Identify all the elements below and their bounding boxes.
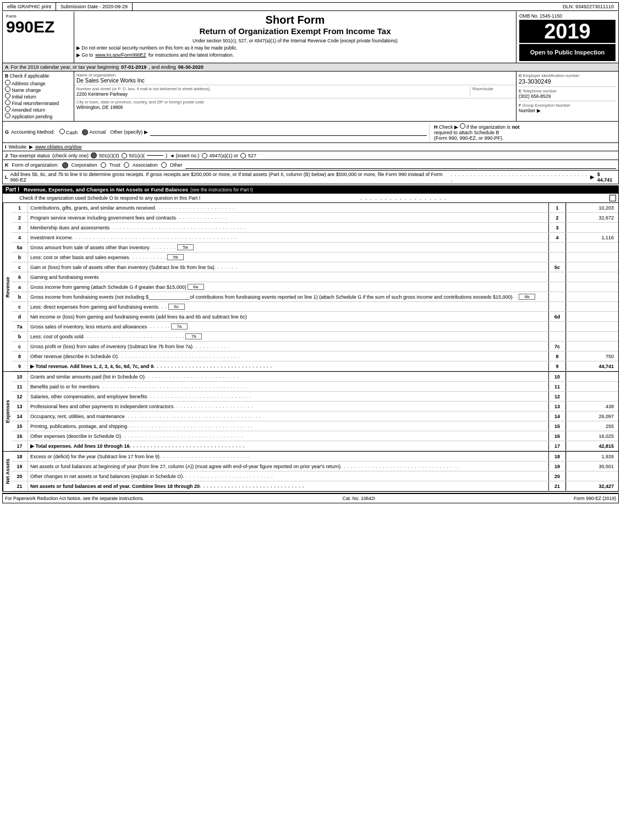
address-change-item[interactable]: Address change [5,80,72,86]
ref-no-20: 20 [548,471,566,481]
name-change-circle[interactable] [5,86,10,92]
h-if-not: if the organization is [466,124,510,130]
4947-circle[interactable] [202,153,207,158]
section-a-text: For the 2019 calendar year, or tax year … [11,64,119,70]
ref-no-c: 5c [548,262,566,272]
data-row-18: 18Excess or (deficit) for the year (Subt… [12,452,618,462]
accrual-circle-checked[interactable] [82,129,88,135]
f-arrow: Number ▶ [519,108,616,113]
section-g-label: G [5,129,9,135]
row-number-13: 13 [12,402,28,411]
org-city: Wilmington, DE 19806 [76,105,514,110]
ref-no-9: 9 [548,361,566,371]
data-row-12: 12Salaries, other compensation, and empl… [12,392,618,402]
data-row-8: 8Other revenue (describe in Schedule O) … [12,352,618,361]
website-value[interactable]: www.oblates.org/dsw [35,144,82,150]
cash-circle[interactable] [59,129,65,134]
corp-label: Corporation [72,162,97,168]
expenses-side-label: Expenses [3,372,12,451]
row-desc-d: Net income or (loss) from gaming and fun… [28,312,548,321]
row-value-d [566,312,618,321]
row-number-21: 21 [12,481,28,491]
row-desc-21: Net assets or fund balances at end of ye… [28,481,548,491]
net-assets-rows: 18Excess or (deficit) for the year (Subt… [12,452,618,491]
assoc-label: Association [133,162,158,168]
row-desc-b: Less: cost or other basis and sales expe… [28,252,548,262]
go-to-link[interactable]: www.irs.gov/Form990EZ [95,52,146,58]
assoc-circle[interactable] [124,162,129,168]
c-address-label: Number and street (or P. O. box, if mail… [76,86,465,91]
omb-number: OMB No. 1545-1150 [519,13,615,19]
ref-no-14: 14 [548,411,566,421]
f-group-label: F Group Exemption Number [519,103,616,108]
ref-no-17: 17 [548,441,566,451]
row-desc-10: Grants and similar amounts paid (list in… [28,372,548,381]
footer-form-ref: Form 990-EZ (2019) [574,496,616,501]
h-circle[interactable] [460,123,465,129]
row-value-b [566,252,618,262]
row-desc-5a: Gross amount from sale of assets other t… [28,243,548,252]
row-number-15: 15 [12,421,28,431]
data-row-13: 13Professional fees and other payments t… [12,402,618,411]
amended-return-circle[interactable] [5,106,10,112]
schedule-o-checkbox[interactable] [609,195,616,201]
end-date: 06-30-2020 [178,64,204,70]
section-a-row: A For the 2019 calendar year, or tax yea… [2,63,619,72]
row-value-11 [566,382,618,391]
ref-no-5a [548,243,566,252]
final-return-item[interactable]: Final return/terminated [5,100,72,106]
row-desc-8: Other revenue (describe in Schedule O) .… [28,352,548,361]
row-number-9: 9 [12,361,28,371]
application-pending-circle[interactable] [5,113,10,118]
data-row-19: 19Net assets or fund balances at beginni… [12,462,618,471]
501c3-circle-checked[interactable] [91,152,97,158]
cash-label: Cash [66,130,78,135]
h-not: not [512,124,520,130]
data-row-b: bLess: cost of goods sold . . . . . . . … [12,332,618,342]
acct-method-label: Accounting Method: [11,129,55,135]
initial-return-item[interactable]: Initial return [5,93,72,100]
sub-label-b: 7b [185,333,202,339]
527-circle[interactable] [240,153,246,158]
ref-no-c [548,302,566,311]
ref-no-d: 6d [548,312,566,321]
ref-no-b [548,332,566,341]
section-l-value: $ 44,741 [597,172,616,183]
corp-circle-checked[interactable] [62,162,68,168]
initial-return-circle[interactable] [5,93,10,98]
501c3-label: 501(c)(3) [99,153,119,158]
trust-circle[interactable] [101,162,106,168]
cash-option[interactable]: Cash [59,129,78,135]
ref-no-4: 4 [548,233,566,242]
row-desc-7a: Gross sales of inventory, less returns a… [28,322,548,331]
ref-no-21: 21 [548,481,566,491]
ref-no-12: 12 [548,392,566,401]
ref-no-15: 15 [548,421,566,431]
revenue-rows: 1Contributions, gifts, grants, and simil… [12,203,618,371]
amended-return-item[interactable]: Amended return [5,106,72,113]
sub-label-c: 6c [168,304,185,310]
expenses-rows: 10Grants and similar amounts paid (list … [12,372,618,451]
d-ein-label: D Employer identification number [519,73,616,78]
data-row-c: cLess: direct expenses from gaming and f… [12,302,618,312]
other-k-circle[interactable] [161,162,167,168]
go-to-suffix: for instructions and the latest informat… [149,52,234,58]
address-change-circle[interactable] [5,80,10,85]
accrual-option[interactable]: Accrual [82,129,106,135]
final-return-circle[interactable] [5,100,10,105]
501c-circle[interactable] [122,153,127,158]
name-change-item[interactable]: Name change [5,86,72,93]
row-number-6: 6 [12,272,28,282]
row-number-c: c [12,342,28,351]
cat-no: Cat. No. 10642I [343,496,376,501]
and-ending: , and ending [149,64,176,70]
other-k-label: Other [170,162,183,168]
application-pending-item[interactable]: Application pending [5,113,72,119]
tax-label: Tax-exempt status [10,153,50,158]
ref-no-18: 18 [548,452,566,461]
efile-label: efile GRAPHIC print [3,3,56,10]
schedule-o-row: Check if the organization used Schedule … [2,194,619,203]
amended-return-label: Amended return [12,107,45,113]
row-value-18: 1,926 [566,452,618,461]
ref-no-10: 10 [548,372,566,381]
